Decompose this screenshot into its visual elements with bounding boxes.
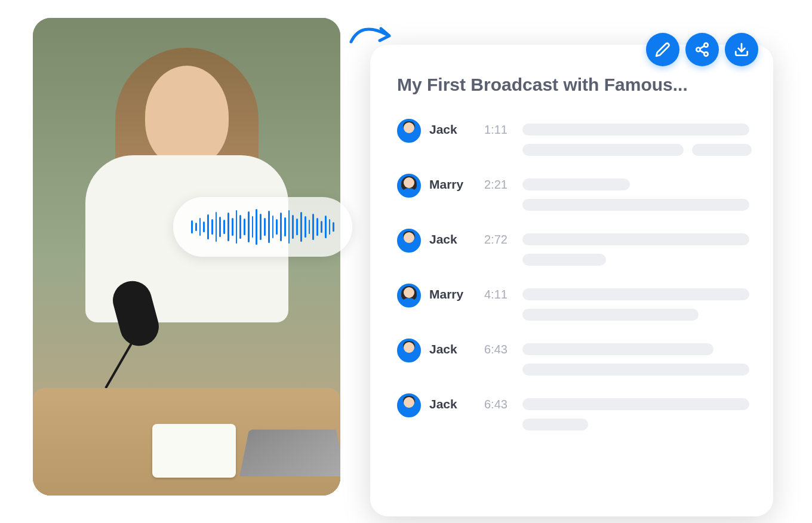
speaker-avatar	[397, 393, 421, 417]
flow-arrow-icon	[346, 18, 400, 51]
speaker-avatar	[397, 174, 421, 198]
speaker-avatar	[397, 229, 421, 253]
timestamp: 6:43	[484, 343, 514, 356]
speaker-name: Jack	[429, 397, 476, 411]
transcript-row: Jack1:11	[397, 119, 746, 156]
speaker-name: Marry	[429, 177, 476, 192]
download-button[interactable]	[725, 33, 758, 66]
edit-button[interactable]	[646, 33, 679, 66]
transcript-text-placeholder	[522, 398, 749, 430]
transcript-row: Jack6:43	[397, 339, 746, 376]
timestamp: 2:21	[484, 178, 514, 192]
transcript-row: Marry4:11	[397, 284, 746, 321]
transcript-title: My First Broadcast with Famous...	[397, 75, 746, 95]
timestamp: 1:11	[484, 123, 514, 137]
speaker-name: Jack	[429, 342, 476, 356]
notepad	[152, 424, 236, 478]
transcript-text-placeholder	[522, 288, 749, 321]
transcript-row: Jack2:72	[397, 229, 746, 266]
timestamp: 4:11	[484, 288, 514, 302]
speaker-avatar	[397, 284, 421, 307]
svg-line-4	[700, 51, 704, 53]
transcript-list: Jack1:11Marry2:21Jack2:72Marry4:11Jack6:…	[397, 119, 746, 430]
speaker-name: Jack	[429, 232, 476, 247]
svg-line-3	[700, 46, 704, 48]
transcript-card: My First Broadcast with Famous... Jack1:…	[370, 45, 773, 516]
download-icon	[734, 42, 749, 57]
transcript-row: Marry2:21	[397, 174, 746, 211]
audio-waveform	[173, 197, 352, 257]
pencil-icon	[655, 42, 670, 57]
share-button[interactable]	[685, 33, 719, 66]
transcript-text-placeholder	[522, 124, 752, 156]
transcript-text-placeholder	[522, 179, 749, 211]
speaker-name: Marry	[429, 287, 476, 302]
transcript-text-placeholder	[522, 233, 749, 266]
speaker-avatar	[397, 119, 421, 143]
speaker-avatar	[397, 339, 421, 362]
speaker-name: Jack	[429, 122, 476, 137]
timestamp: 2:72	[484, 233, 514, 247]
action-button-group	[646, 33, 758, 66]
timestamp: 6:43	[484, 398, 514, 411]
laptop	[239, 430, 340, 477]
transcript-row: Jack6:43	[397, 393, 746, 430]
microphone-icon	[104, 281, 152, 388]
broadcaster-photo	[33, 18, 340, 496]
desk	[33, 388, 340, 496]
photo-scene	[33, 18, 340, 496]
transcript-text-placeholder	[522, 343, 749, 376]
share-icon	[694, 42, 710, 57]
